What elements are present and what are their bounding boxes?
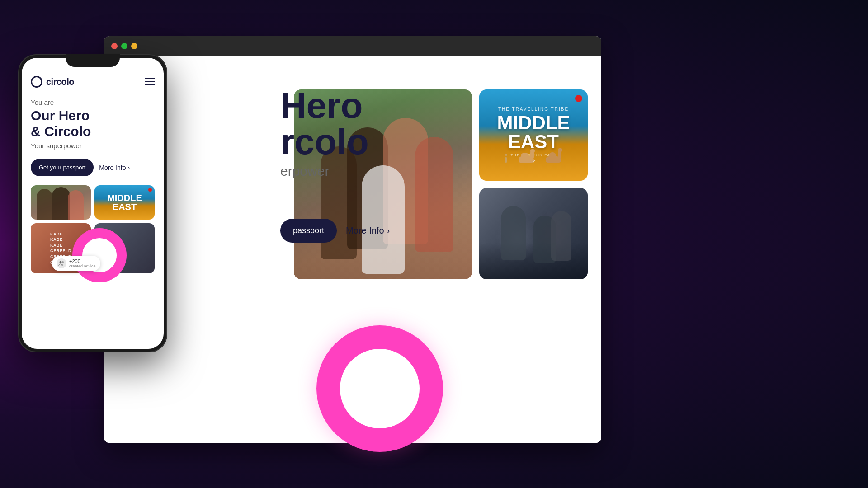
passport-button-browser[interactable]: passport <box>280 219 337 243</box>
hero-section: Hero rcolo erpower <box>280 88 369 179</box>
hero-title-partial: Hero <box>280 88 369 124</box>
phone-group-photo <box>31 185 91 220</box>
logo-circle-icon <box>31 76 42 88</box>
office-photo-card <box>479 188 588 279</box>
circolo-logo: circolo <box>31 76 74 88</box>
traveling-tribe-label: THE TRAVELLING TRIBE <box>498 107 569 112</box>
phone-hero-section: You are Our Hero & Circolo Your superpow… <box>31 99 155 150</box>
browser-maximize-button[interactable] <box>121 43 127 49</box>
phone-me-title: MIDDLEEAST <box>107 193 142 211</box>
members-badge: +200 created advice <box>52 256 100 271</box>
hamburger-menu-button[interactable] <box>145 78 155 85</box>
hero-circolo-partial: rcolo <box>280 124 369 160</box>
decorative-pink-ring <box>316 325 443 452</box>
phone-middle-east-card: MIDDLEEAST <box>94 185 155 220</box>
phone-pink-ring-overlay <box>72 228 127 282</box>
hero-superpower-partial: erpower <box>280 164 369 179</box>
more-info-link-browser[interactable]: More Info › <box>346 225 390 236</box>
members-label: created advice <box>69 264 96 268</box>
chevron-right-icon: › <box>387 225 390 236</box>
browser-titlebar <box>104 36 601 56</box>
logo-text: circolo <box>46 77 74 87</box>
phone-notch <box>66 54 120 67</box>
members-icon <box>57 258 66 268</box>
members-count: +200 <box>69 258 96 264</box>
get-passport-button[interactable]: Get your passport <box>31 159 94 176</box>
browser-close-button[interactable] <box>111 43 118 49</box>
phone-superpower-label: Your superpower <box>31 142 155 150</box>
pink-ring-icon <box>316 325 443 452</box>
phone-pink-ring-icon <box>72 228 127 282</box>
chevron-right-icon-phone: › <box>127 164 130 171</box>
phone-mockup: circolo You are Our Hero & Circolo Your … <box>18 54 167 352</box>
more-info-link-phone[interactable]: More Info › <box>99 164 130 171</box>
phone-screen: circolo You are Our Hero & Circolo Your … <box>22 58 164 349</box>
svg-point-0 <box>60 261 62 263</box>
red-dot-indicator <box>575 95 582 102</box>
phone-nav: circolo <box>31 76 155 88</box>
phone-you-are-label: You are <box>31 99 155 106</box>
browser-minimize-button[interactable] <box>131 43 137 49</box>
phone-hero-title: Our Hero & Circolo <box>31 108 155 139</box>
phone-cta-area: Get your passport More Info › <box>31 159 155 176</box>
svg-point-1 <box>62 261 64 263</box>
middle-east-card: THE TRAVELLING TRIBE MIDDLEEAST <box>479 89 588 181</box>
phone-red-dot <box>148 188 152 192</box>
browser-cta-area: passport More Info › <box>280 219 390 243</box>
